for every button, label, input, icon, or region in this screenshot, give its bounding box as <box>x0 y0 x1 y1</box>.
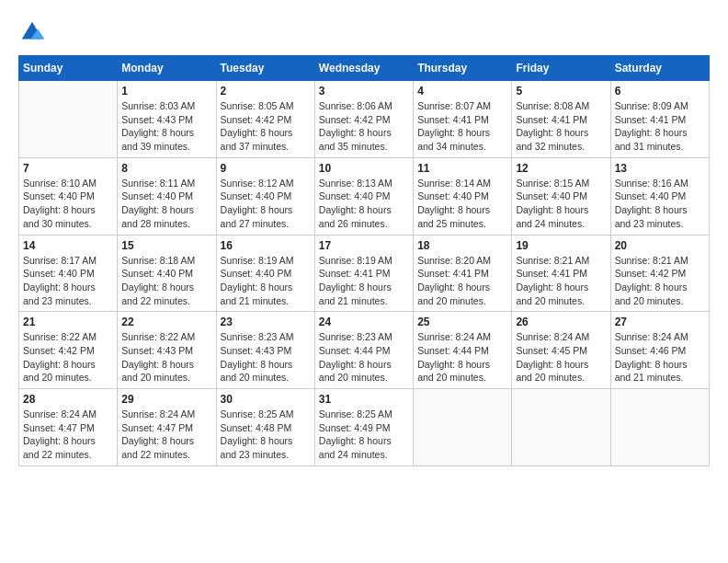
day-number: 21 <box>23 316 113 328</box>
day-info: Sunrise: 8:09 AMSunset: 4:41 PMDaylight:… <box>615 99 705 154</box>
day-number: 29 <box>121 393 211 406</box>
day-number: 25 <box>417 316 507 328</box>
calendar-cell: 20Sunrise: 8:21 AMSunset: 4:42 PMDayligh… <box>610 235 709 312</box>
day-info: Sunrise: 8:11 AMSunset: 4:40 PMDaylight:… <box>121 177 211 231</box>
day-info: Sunrise: 8:13 AMSunset: 4:40 PMDaylight:… <box>319 177 409 231</box>
day-info: Sunrise: 8:19 AMSunset: 4:41 PMDaylight:… <box>319 254 409 308</box>
calendar-cell: 1Sunrise: 8:03 AMSunset: 4:43 PMDaylight… <box>118 81 216 158</box>
day-number: 23 <box>221 316 311 328</box>
calendar-cell: 29Sunrise: 8:24 AMSunset: 4:47 PMDayligh… <box>118 389 216 466</box>
day-number: 2 <box>221 85 311 98</box>
day-number: 17 <box>319 239 409 252</box>
day-number: 4 <box>417 85 507 98</box>
day-info: Sunrise: 8:10 AMSunset: 4:40 PMDaylight:… <box>23 177 113 231</box>
day-number: 12 <box>516 162 606 175</box>
calendar-cell: 5Sunrise: 8:08 AMSunset: 4:41 PMDaylight… <box>512 81 610 158</box>
day-info: Sunrise: 8:08 AMSunset: 4:41 PMDaylight:… <box>516 99 606 154</box>
day-of-week-header: Wednesday <box>314 56 413 81</box>
calendar-cell: 27Sunrise: 8:24 AMSunset: 4:46 PMDayligh… <box>610 312 709 389</box>
day-number: 3 <box>319 85 409 98</box>
day-number: 13 <box>615 162 705 175</box>
day-info: Sunrise: 8:20 AMSunset: 4:41 PMDaylight:… <box>417 254 507 308</box>
day-info: Sunrise: 8:23 AMSunset: 4:43 PMDaylight:… <box>221 330 311 385</box>
calendar-cell: 25Sunrise: 8:24 AMSunset: 4:44 PMDayligh… <box>414 312 512 389</box>
day-number: 19 <box>516 239 606 252</box>
day-info: Sunrise: 8:24 AMSunset: 4:45 PMDaylight:… <box>516 330 606 385</box>
calendar-cell: 19Sunrise: 8:21 AMSunset: 4:41 PMDayligh… <box>512 235 610 312</box>
day-number: 20 <box>615 239 705 252</box>
day-number: 30 <box>221 393 311 406</box>
calendar-cell: 12Sunrise: 8:15 AMSunset: 4:40 PMDayligh… <box>512 157 610 235</box>
day-info: Sunrise: 8:22 AMSunset: 4:42 PMDaylight:… <box>23 330 113 385</box>
day-info: Sunrise: 8:19 AMSunset: 4:40 PMDaylight:… <box>221 254 311 308</box>
calendar-cell: 10Sunrise: 8:13 AMSunset: 4:40 PMDayligh… <box>314 157 413 235</box>
calendar-cell <box>414 389 512 466</box>
day-number: 15 <box>121 239 211 252</box>
calendar-cell: 8Sunrise: 8:11 AMSunset: 4:40 PMDaylight… <box>118 157 216 235</box>
page-header <box>18 18 710 46</box>
day-info: Sunrise: 8:14 AMSunset: 4:40 PMDaylight:… <box>417 177 507 231</box>
calendar-cell: 11Sunrise: 8:14 AMSunset: 4:40 PMDayligh… <box>414 157 512 235</box>
calendar-cell: 21Sunrise: 8:22 AMSunset: 4:42 PMDayligh… <box>19 312 118 389</box>
day-info: Sunrise: 8:15 AMSunset: 4:40 PMDaylight:… <box>516 177 606 231</box>
day-of-week-header: Thursday <box>414 56 512 81</box>
calendar-cell: 3Sunrise: 8:06 AMSunset: 4:42 PMDaylight… <box>314 81 413 158</box>
day-of-week-header: Saturday <box>610 56 709 81</box>
calendar-cell: 15Sunrise: 8:18 AMSunset: 4:40 PMDayligh… <box>118 235 216 312</box>
calendar-cell: 13Sunrise: 8:16 AMSunset: 4:40 PMDayligh… <box>610 157 709 235</box>
day-info: Sunrise: 8:03 AMSunset: 4:43 PMDaylight:… <box>121 99 211 154</box>
day-number: 24 <box>319 316 409 328</box>
day-number: 28 <box>23 393 113 406</box>
day-info: Sunrise: 8:21 AMSunset: 4:41 PMDaylight:… <box>516 254 606 308</box>
calendar-table: SundayMondayTuesdayWednesdayThursdayFrid… <box>18 55 710 466</box>
calendar-cell: 6Sunrise: 8:09 AMSunset: 4:41 PMDaylight… <box>610 81 709 158</box>
day-number: 27 <box>615 316 705 328</box>
calendar-cell <box>610 389 709 466</box>
calendar-cell: 16Sunrise: 8:19 AMSunset: 4:40 PMDayligh… <box>216 235 314 312</box>
calendar-cell: 9Sunrise: 8:12 AMSunset: 4:40 PMDaylight… <box>216 157 314 235</box>
calendar-cell: 4Sunrise: 8:07 AMSunset: 4:41 PMDaylight… <box>414 81 512 158</box>
day-info: Sunrise: 8:25 AMSunset: 4:49 PMDaylight:… <box>319 408 409 462</box>
day-info: Sunrise: 8:18 AMSunset: 4:40 PMDaylight:… <box>121 254 211 308</box>
calendar-cell: 31Sunrise: 8:25 AMSunset: 4:49 PMDayligh… <box>314 389 413 466</box>
day-info: Sunrise: 8:07 AMSunset: 4:41 PMDaylight:… <box>417 99 507 154</box>
day-info: Sunrise: 8:24 AMSunset: 4:47 PMDaylight:… <box>121 408 211 462</box>
day-of-week-header: Friday <box>512 56 610 81</box>
day-of-week-header: Tuesday <box>216 56 314 81</box>
calendar-cell: 2Sunrise: 8:05 AMSunset: 4:42 PMDaylight… <box>216 81 314 158</box>
calendar-cell: 26Sunrise: 8:24 AMSunset: 4:45 PMDayligh… <box>512 312 610 389</box>
day-info: Sunrise: 8:05 AMSunset: 4:42 PMDaylight:… <box>221 99 311 154</box>
calendar-cell: 18Sunrise: 8:20 AMSunset: 4:41 PMDayligh… <box>414 235 512 312</box>
day-info: Sunrise: 8:23 AMSunset: 4:44 PMDaylight:… <box>319 330 409 385</box>
calendar-cell: 22Sunrise: 8:22 AMSunset: 4:43 PMDayligh… <box>118 312 216 389</box>
day-number: 5 <box>516 85 606 98</box>
day-of-week-header: Monday <box>118 56 216 81</box>
day-number: 16 <box>221 239 311 252</box>
day-number: 14 <box>23 239 113 252</box>
calendar-cell <box>19 81 118 158</box>
day-info: Sunrise: 8:22 AMSunset: 4:43 PMDaylight:… <box>121 330 211 385</box>
day-number: 8 <box>121 162 211 175</box>
day-number: 26 <box>516 316 606 328</box>
calendar-cell: 14Sunrise: 8:17 AMSunset: 4:40 PMDayligh… <box>19 235 118 312</box>
calendar-cell: 7Sunrise: 8:10 AMSunset: 4:40 PMDaylight… <box>19 157 118 235</box>
day-info: Sunrise: 8:06 AMSunset: 4:42 PMDaylight:… <box>319 99 409 154</box>
calendar-cell: 28Sunrise: 8:24 AMSunset: 4:47 PMDayligh… <box>19 389 118 466</box>
day-number: 10 <box>319 162 409 175</box>
calendar-cell: 17Sunrise: 8:19 AMSunset: 4:41 PMDayligh… <box>314 235 413 312</box>
calendar-cell: 30Sunrise: 8:25 AMSunset: 4:48 PMDayligh… <box>216 389 314 466</box>
day-info: Sunrise: 8:25 AMSunset: 4:48 PMDaylight:… <box>221 408 311 462</box>
day-number: 1 <box>121 85 211 98</box>
day-number: 6 <box>615 85 705 98</box>
day-info: Sunrise: 8:24 AMSunset: 4:44 PMDaylight:… <box>417 330 507 385</box>
logo <box>18 18 50 46</box>
day-number: 18 <box>417 239 507 252</box>
logo-icon <box>18 18 46 46</box>
day-number: 9 <box>221 162 311 175</box>
calendar-cell: 23Sunrise: 8:23 AMSunset: 4:43 PMDayligh… <box>216 312 314 389</box>
day-number: 31 <box>319 393 409 406</box>
calendar-cell <box>512 389 610 466</box>
day-number: 11 <box>417 162 507 175</box>
day-info: Sunrise: 8:21 AMSunset: 4:42 PMDaylight:… <box>615 254 705 308</box>
calendar-cell: 24Sunrise: 8:23 AMSunset: 4:44 PMDayligh… <box>314 312 413 389</box>
